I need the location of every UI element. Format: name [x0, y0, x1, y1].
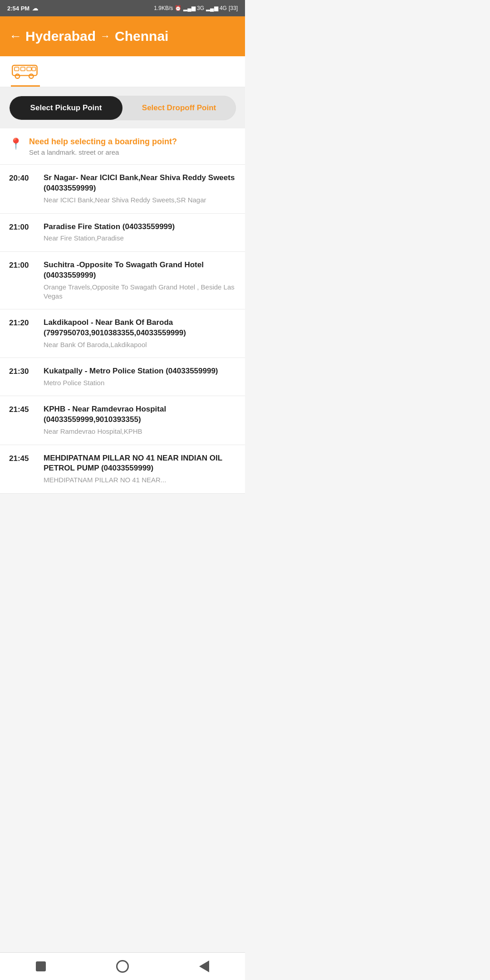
- pickup-details-5: KPHB - Near Ramdevrao Hospital (04033559…: [44, 404, 236, 436]
- bus-tab-row: [0, 56, 245, 88]
- destination-city: Chennai: [115, 29, 168, 44]
- pickup-time-2: 21:00: [9, 261, 36, 270]
- toggle-row: Select Pickup Point Select Dropoff Point: [0, 88, 245, 128]
- help-title: Need help selecting a boarding point?: [29, 137, 177, 147]
- pickup-item-2[interactable]: 21:00 Suchitra -Opposite To Swagath Gran…: [0, 252, 245, 309]
- pickup-item-1[interactable]: 21:00 Paradise Fire Station (04033559999…: [0, 214, 245, 252]
- pickup-time-4: 21:30: [9, 367, 36, 376]
- tab-toggle: Select Pickup Point Select Dropoff Point: [9, 96, 236, 120]
- pickup-name-2: Suchitra -Opposite To Swagath Grand Hote…: [44, 260, 236, 281]
- pickup-details-4: Kukatpally - Metro Police Station (04033…: [44, 366, 236, 387]
- location-pin-icon: 📍: [9, 137, 23, 150]
- pickup-name-0: Sr Nagar- Near ICICI Bank,Near Shiva Red…: [44, 173, 236, 194]
- pickup-time-0: 20:40: [9, 174, 36, 183]
- pickup-name-4: Kukatpally - Metro Police Station (04033…: [44, 366, 236, 377]
- svg-rect-4: [32, 67, 35, 71]
- status-bar: 2:54 PM ☁ 1.9KB/s ⏰ ▂▄▆ 3G ▂▄▆ 4G [33]: [0, 0, 245, 16]
- pickup-name-6: MEHDIPATNAM PILLAR NO 41 NEAR INDIAN OIL…: [44, 453, 236, 474]
- help-subtitle: Set a landmark. street or area: [29, 148, 177, 156]
- signal-bars-4g: ▂▄▆ 4G: [206, 5, 227, 11]
- help-row[interactable]: 📍 Need help selecting a boarding point? …: [0, 128, 245, 165]
- pickup-time-3: 21:20: [9, 318, 36, 328]
- pickup-name-3: Lakdikapool - Near Bank Of Baroda (79979…: [44, 318, 236, 338]
- svg-rect-2: [21, 67, 25, 71]
- pickup-address-3: Near Bank Of Baroda,Lakdikapool: [44, 340, 236, 349]
- pickup-address-2: Orange Travels,Opposite To Swagath Grand…: [44, 283, 236, 301]
- svg-rect-3: [27, 67, 31, 71]
- pickup-address-0: Near ICICI Bank,Near Shiva Reddy Sweets,…: [44, 196, 236, 205]
- network-speed: 1.9KB/s: [154, 5, 173, 11]
- pickup-address-6: MEHDIPATNAM PILLAR NO 41 NEAR...: [44, 475, 236, 485]
- pickup-address-5: Near Ramdevrao Hospital,KPHB: [44, 427, 236, 436]
- pickup-name-1: Paradise Fire Station (04033559999): [44, 222, 236, 232]
- battery-icon: [33]: [229, 5, 238, 11]
- pickup-item-5[interactable]: 21:45 KPHB - Near Ramdevrao Hospital (04…: [0, 396, 245, 445]
- back-button[interactable]: ←: [9, 29, 22, 44]
- pickup-details-1: Paradise Fire Station (04033559999) Near…: [44, 222, 236, 243]
- pickup-item-0[interactable]: 20:40 Sr Nagar- Near ICICI Bank,Near Shi…: [0, 165, 245, 213]
- bus-tab[interactable]: [11, 56, 40, 87]
- svg-rect-1: [15, 67, 19, 71]
- alarm-icon: ⏰: [175, 5, 181, 11]
- pickup-details-3: Lakdikapool - Near Bank Of Baroda (79979…: [44, 318, 236, 349]
- dropoff-tab[interactable]: Select Dropoff Point: [122, 96, 235, 120]
- pickup-list: 20:40 Sr Nagar- Near ICICI Bank,Near Shi…: [0, 165, 245, 493]
- pickup-item-6[interactable]: 21:45 MEHDIPATNAM PILLAR NO 41 NEAR INDI…: [0, 445, 245, 494]
- svg-point-5: [15, 74, 20, 78]
- origin-city: Hyderabad: [25, 29, 96, 44]
- pickup-time-5: 21:45: [9, 405, 36, 414]
- signal-bars-3g: ▂▄▆ 3G: [183, 5, 204, 11]
- pickup-address-4: Metro Police Station: [44, 378, 236, 387]
- pickup-time-6: 21:45: [9, 454, 36, 463]
- status-time: 2:54 PM: [7, 5, 29, 12]
- header: ← Hyderabad → Chennai: [0, 16, 245, 56]
- pickup-details-6: MEHDIPATNAM PILLAR NO 41 NEAR INDIAN OIL…: [44, 453, 236, 485]
- pickup-item-3[interactable]: 21:20 Lakdikapool - Near Bank Of Baroda …: [0, 309, 245, 358]
- cloud-icon: ☁: [32, 5, 38, 12]
- pickup-details-0: Sr Nagar- Near ICICI Bank,Near Shiva Red…: [44, 173, 236, 205]
- pickup-name-5: KPHB - Near Ramdevrao Hospital (04033559…: [44, 404, 236, 425]
- pickup-time-1: 21:00: [9, 223, 36, 232]
- pickup-details-2: Suchitra -Opposite To Swagath Grand Hote…: [44, 260, 236, 301]
- help-text: Need help selecting a boarding point? Se…: [29, 137, 177, 156]
- bus-icon: [11, 61, 40, 81]
- pickup-tab[interactable]: Select Pickup Point: [10, 96, 122, 120]
- pickup-item-4[interactable]: 21:30 Kukatpally - Metro Police Station …: [0, 358, 245, 396]
- route-arrow: →: [100, 30, 110, 42]
- pickup-address-1: Near Fire Station,Paradise: [44, 234, 236, 243]
- svg-point-6: [29, 74, 34, 78]
